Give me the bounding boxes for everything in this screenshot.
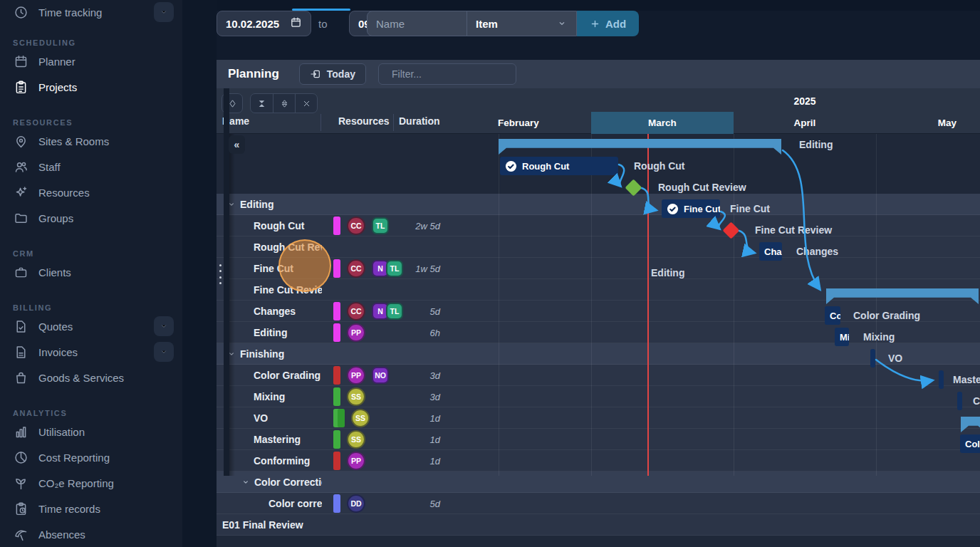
resource-badge-pp[interactable]: PP <box>347 452 365 470</box>
resource-badge-no[interactable]: NO <box>372 367 389 384</box>
sidebar-item-utilisation[interactable]: Utilisation <box>0 419 182 444</box>
add-item-group: Item <box>367 11 577 36</box>
resource-color-marker <box>333 452 340 470</box>
sidebar-item-cost-reporting[interactable]: Cost Reporting <box>0 444 182 470</box>
gantt-task-bar-fine-cut[interactable]: Fine Cut <box>662 199 720 218</box>
table-row-e01-final-review[interactable]: E01 Final Review <box>217 514 980 536</box>
item-type-select[interactable]: Item <box>466 11 576 36</box>
sidebar-item-sites-rooms[interactable]: Sites & Rooms <box>0 128 182 154</box>
calendar-icon <box>13 53 28 69</box>
resource-badge-pp[interactable]: PP <box>347 323 365 342</box>
column-header-duration[interactable]: Duration <box>399 115 440 127</box>
row-expand-toolbar <box>250 93 318 113</box>
sidebar-item-co-e-reporting[interactable]: CO₂e Reporting <box>0 470 182 496</box>
collapse-all-button[interactable] <box>251 94 273 113</box>
table-row-vo[interactable]: VOSS1d <box>217 407 980 429</box>
collapse-table-button[interactable]: « <box>229 135 245 154</box>
cell-duration: 3d <box>387 386 440 407</box>
gantt-task-bar-color-correction[interactable]: Color correction <box>960 434 980 453</box>
filter-input[interactable] <box>392 68 521 80</box>
sidebar-item-quotes[interactable]: Quotes <box>0 313 182 339</box>
resource-badge-tl[interactable]: TL <box>372 217 389 234</box>
gantt-task-bar-changes[interactable]: Changes <box>759 242 782 261</box>
resource-badge-cc[interactable]: CC <box>347 217 365 235</box>
name-input[interactable] <box>368 11 466 36</box>
filter-field[interactable] <box>378 63 516 85</box>
resource-badge-ss[interactable]: SS <box>351 409 370 427</box>
table-row-fine-cut[interactable]: Fine CutCCNTL1w 5d <box>217 258 980 279</box>
sidebar-item-clients[interactable]: Clients <box>0 259 182 285</box>
month-gridline <box>876 134 877 476</box>
app-window: Time trackingSCHEDULINGPlannerProjectsRE… <box>0 0 980 547</box>
clipboard-icon <box>13 79 28 95</box>
gantt-task-bar-rough-cut[interactable]: Rough Cut <box>500 157 618 175</box>
expand-rows-icon <box>279 98 290 109</box>
clear-button[interactable] <box>295 94 317 113</box>
table-row-finishing[interactable]: Finishing <box>217 343 980 365</box>
sidebar-item-invoices[interactable]: Invoices <box>0 339 182 365</box>
folder-icon <box>13 210 28 226</box>
cell-resources: CCTL <box>333 215 389 236</box>
table-row-conforming[interactable]: ConformingPP1d <box>217 450 980 472</box>
chevron-down-icon[interactable] <box>241 477 251 487</box>
resource-badge-dd[interactable]: DD <box>347 494 365 513</box>
chevron-down-icon[interactable] <box>154 2 174 22</box>
gantt-grid-header: Name Resources Duration 2025 FebruaryMar… <box>217 88 980 134</box>
table-row-color-correction[interactable]: Color Correction <box>217 472 980 493</box>
chevron-down-icon[interactable] <box>154 316 174 336</box>
table-row-rough-cut-review[interactable]: Rough Cut Review <box>217 236 980 258</box>
sidebar-section: BILLINGQuotesInvoicesGoods & Services <box>0 289 182 390</box>
gantt-task-bar-mastering[interactable] <box>939 370 944 389</box>
sidebar-item-groups[interactable]: Groups <box>0 205 182 231</box>
briefcase-icon <box>13 264 28 280</box>
sidebar-item-time-records[interactable]: Time records <box>0 496 182 521</box>
date-from-field[interactable]: 10.02.2025 <box>217 11 311 36</box>
resource-badge-ss[interactable]: SS <box>347 430 365 449</box>
table-row-color-grading[interactable]: Color GradingPPNO3d <box>217 365 980 386</box>
month-cell-february[interactable]: February <box>446 112 591 134</box>
sidebar-item-planner[interactable]: Planner <box>0 48 182 74</box>
sidebar-section: SCHEDULINGPlannerProjects <box>0 24 182 100</box>
sidebar-item-staff[interactable]: Staff <box>0 154 182 179</box>
sidebar-item-time-tracking[interactable]: Time tracking <box>0 0 182 24</box>
table-row-editing[interactable]: Editing <box>217 194 980 215</box>
month-cell-march[interactable]: March <box>591 112 734 134</box>
sidebar: Time trackingSCHEDULINGPlannerProjectsRE… <box>0 0 182 547</box>
column-header-resources[interactable]: Resources <box>338 115 390 127</box>
gantt-task-bar-conforming[interactable] <box>957 392 962 410</box>
sidebar-item-projects[interactable]: Projects <box>0 74 182 100</box>
cell-name: Conforming <box>217 450 322 472</box>
sidebar-item-absences[interactable]: Absences <box>0 521 182 547</box>
expand-all-button[interactable] <box>273 94 295 113</box>
sidebar-item-goods-services[interactable]: Goods & Services <box>0 365 182 390</box>
row-drag-handle[interactable] <box>218 264 222 284</box>
gantt-task-bar-vo[interactable] <box>870 349 875 368</box>
month-cell-may[interactable]: May <box>876 112 980 134</box>
resource-color-marker <box>333 494 340 513</box>
table-row-rough-cut[interactable]: Rough CutCCTL2w 5d <box>217 215 980 236</box>
resource-badge-cc[interactable]: CC <box>347 302 365 321</box>
resource-badge-ss[interactable]: SS <box>347 387 365 406</box>
bar-chart-icon <box>13 424 28 439</box>
cell-duration: 6h <box>387 322 440 343</box>
table-row-mixing[interactable]: MixingSS3d <box>217 386 980 407</box>
calendar-arrow-icon <box>310 68 321 80</box>
add-button[interactable]: Add <box>577 11 639 36</box>
gantt-task-bar-color-grading[interactable]: Color Grading <box>825 306 840 325</box>
sidebar-item-resources[interactable]: Resources <box>0 179 182 205</box>
month-cell-april[interactable]: April <box>734 112 876 134</box>
table-row-color-correction[interactable]: Color correctionDD5d <box>217 493 980 514</box>
today-button[interactable]: Today <box>299 63 366 85</box>
table-row-mastering[interactable]: MasteringSS1d <box>217 429 980 450</box>
gantt-task-bar-mixing[interactable]: Mixing <box>835 328 849 346</box>
cell-name: VO <box>217 407 322 429</box>
gantt-task-label-mastering: Mastering <box>953 374 980 385</box>
cell-name: Rough Cut <box>217 215 322 236</box>
check-circle-icon <box>505 160 517 172</box>
gantt-task-label-fine-cut-review: Fine Cut Review <box>755 224 832 236</box>
resource-badge-cc[interactable]: CC <box>347 259 365 278</box>
document-check-icon <box>13 318 28 334</box>
resource-badge-pp[interactable]: PP <box>347 366 365 385</box>
chevron-down-icon[interactable] <box>154 342 174 362</box>
calendar-icon[interactable] <box>290 16 302 31</box>
